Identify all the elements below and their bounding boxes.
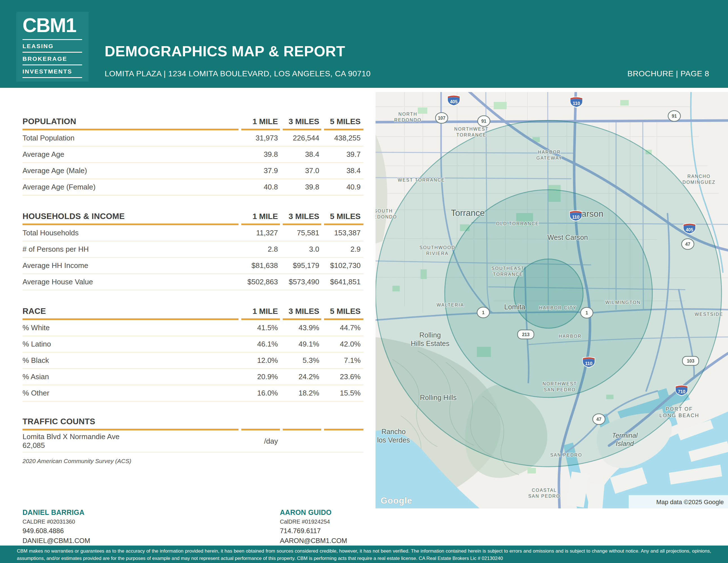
section-title: HOUSEHOLDS & INCOME xyxy=(23,212,239,221)
row-label: Average HH Income xyxy=(23,261,239,270)
row-value: 37.0 xyxy=(283,166,322,175)
svg-text:110: 110 xyxy=(585,361,592,366)
row-value: 11,327 xyxy=(241,228,281,237)
disclaimer-text: CBM makes no warranties or guarantees as… xyxy=(17,548,711,562)
row-value: 31,973 xyxy=(241,134,281,142)
logo-line-brokerage: BROKERAGE xyxy=(23,55,67,62)
contact-email[interactable]: DANIEL@CBM1.COM xyxy=(23,537,197,545)
route-shield-1: 1 xyxy=(581,308,593,318)
route-shield-103: 103 xyxy=(682,357,699,366)
svg-text:47: 47 xyxy=(685,242,690,246)
row-value: $81,638 xyxy=(241,261,281,270)
row-value: 39.8 xyxy=(283,183,322,191)
google-logo[interactable]: Google xyxy=(381,496,412,506)
traffic-counts-section: TRAFFIC COUNTS Lomita Blvd X Normandie A… xyxy=(23,414,363,477)
logo-divider xyxy=(23,77,82,78)
svg-text:103: 103 xyxy=(687,359,695,364)
row-value: 12.0% xyxy=(241,356,281,365)
property-address: LOMITA PLAZA | 1234 LOMITA BOULEVARD, LO… xyxy=(105,69,371,78)
row-value: 39.7 xyxy=(324,150,363,159)
route-shield-91: 91 xyxy=(478,116,490,126)
contact-phone[interactable]: 714.769.6117 xyxy=(280,527,454,535)
row-value: 46.1% xyxy=(241,340,281,349)
route-shield-47: 47 xyxy=(593,414,605,425)
row-value: 2.8 xyxy=(241,245,281,253)
row-value: 2.9 xyxy=(324,245,363,253)
map-label-west-carson: West Carson xyxy=(547,233,588,241)
contact-phone[interactable]: 949.608.4886 xyxy=(23,527,197,535)
contact-license: CalDRE #01924254 xyxy=(280,519,454,525)
map-label-west-torrance: WEST TORRANCE xyxy=(398,178,445,182)
table-row: % White41.5%43.9%44.7% xyxy=(23,320,363,337)
brochure-page-label: BROCHURE | PAGE 8 xyxy=(627,69,709,78)
table-section: RACE1 MILE3 MILES5 MILES% White41.5%43.9… xyxy=(23,304,363,402)
row-label: Average Age (Female) xyxy=(23,183,239,191)
page-header: CBM1 LEASING BROKERAGE INVESTMENTS DEMOG… xyxy=(0,0,728,88)
contact-license: CALDRE #02031360 xyxy=(23,519,197,525)
cbm1-logo: CBM1 LEASING BROKERAGE INVESTMENTS xyxy=(16,12,89,82)
map-label-wilmington: WILMINGTON xyxy=(605,300,641,305)
traffic-count: 62,085 xyxy=(23,441,239,450)
column-header: 3 MILES xyxy=(283,212,322,221)
table-row: % Latino46.1%49.1%42.0% xyxy=(23,337,363,353)
row-label: % Asian xyxy=(23,373,239,381)
svg-text:710: 710 xyxy=(678,389,686,394)
table-section: POPULATION1 MILE3 MILES5 MILESTotal Popu… xyxy=(23,114,363,196)
demographics-map[interactable]: NORTHREDONDONORTHWESTTORRANCEHARBORGATEW… xyxy=(376,92,728,508)
svg-text:1: 1 xyxy=(482,310,485,315)
logo-line-leasing: LEASING xyxy=(23,43,54,50)
row-value: 153,387 xyxy=(324,228,363,237)
column-header: 5 MILES xyxy=(324,212,363,221)
row-label: Average House Value xyxy=(23,277,239,286)
row-value: 43.9% xyxy=(283,324,322,332)
row-label: % Latino xyxy=(23,340,239,349)
table-row: Average Age39.838.439.7 xyxy=(23,147,363,163)
row-value: 18.2% xyxy=(283,389,322,398)
column-header: 1 MILE xyxy=(241,212,281,221)
row-label: Total Households xyxy=(23,228,239,237)
row-value: 16.0% xyxy=(241,389,281,398)
column-header: 1 MILE xyxy=(241,117,281,126)
contact-email[interactable]: AARON@CBM1.COM xyxy=(280,537,454,545)
row-label: # of Persons per HH xyxy=(23,245,239,253)
row-value: $641,851 xyxy=(324,277,363,286)
contact-card: AARON GUIDO CalDRE #01924254 714.769.611… xyxy=(280,508,454,545)
logo-divider xyxy=(23,39,82,40)
contact-name: DANIEL BARRIGA xyxy=(23,508,197,517)
column-header: 5 MILES xyxy=(324,117,363,126)
section-title-traffic: TRAFFIC COUNTS xyxy=(23,417,363,426)
logo-divider xyxy=(23,52,82,53)
logo-divider xyxy=(23,64,82,65)
svg-text:110: 110 xyxy=(573,101,580,106)
map-label-harbor-city: HARBOR CITY xyxy=(539,306,577,310)
row-value: 15.5% xyxy=(324,389,363,398)
table-row: Average HH Income$81,638$95,179$102,730 xyxy=(23,258,363,274)
row-value: 38.4 xyxy=(324,166,363,175)
table-row: % Asian20.9%24.2%23.6% xyxy=(23,369,363,385)
route-shield-47: 47 xyxy=(682,239,694,249)
row-value: 20.9% xyxy=(241,373,281,381)
map-label-westside: WESTSIDE xyxy=(695,312,723,317)
table-row: Total Population31,973226,544438,255 xyxy=(23,130,363,147)
row-value: 3.0 xyxy=(283,245,322,253)
row-value: 49.1% xyxy=(283,340,322,349)
row-label: Average Age (Male) xyxy=(23,166,239,175)
column-header: 1 MILE xyxy=(241,307,281,316)
svg-text:47: 47 xyxy=(596,417,601,422)
row-value: 24.2% xyxy=(283,373,322,381)
row-value: 40.9 xyxy=(324,183,363,191)
route-shield-91: 91 xyxy=(668,111,680,121)
table-section: HOUSEHOLDS & INCOME1 MILE3 MILES5 MILEST… xyxy=(23,208,363,291)
map-label-harbor: HARBOR xyxy=(559,334,582,339)
route-shield-107: 107 xyxy=(435,113,448,123)
row-value: $573,490 xyxy=(283,277,322,286)
row-value: 5.3% xyxy=(283,356,322,365)
row-value: 44.7% xyxy=(324,324,363,332)
svg-text:91: 91 xyxy=(672,114,677,118)
row-label: % Other xyxy=(23,389,239,398)
table-row: Total Households11,32775,581153,387 xyxy=(23,225,363,241)
logo-brand-text: CBM1 xyxy=(23,14,76,37)
row-value: 40.8 xyxy=(241,183,281,191)
map-label-walteria: WALTERIA xyxy=(437,303,464,308)
svg-text:405: 405 xyxy=(686,227,693,232)
